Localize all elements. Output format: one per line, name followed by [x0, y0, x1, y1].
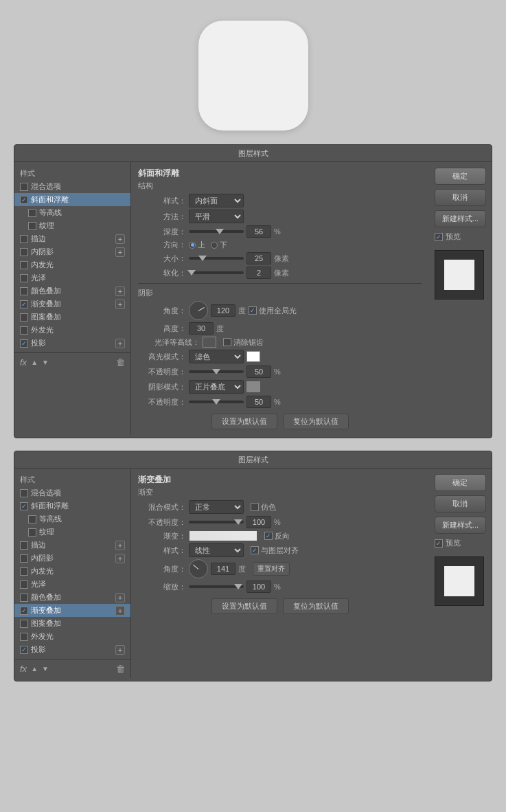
shadow-opacity-slider[interactable] [189, 401, 244, 403]
sidebar-item-gradient-overlay[interactable]: 渐变叠加 + [14, 297, 130, 311]
p2-sidebar-color-overlay[interactable]: 颜色叠加 + [14, 591, 130, 604]
p2-sidebar-inner-glow[interactable]: 内发光 [14, 565, 130, 578]
size-slider[interactable] [189, 257, 244, 260]
confirm-btn[interactable]: 确定 [435, 168, 486, 185]
sidebar-item-satin[interactable]: 光泽 [14, 271, 130, 284]
p2-trash-btn[interactable]: 🗑 [116, 664, 125, 674]
checkbox-gradient-overlay[interactable] [20, 300, 28, 308]
p2-checkbox-contour[interactable] [28, 515, 36, 523]
p2-sidebar-drop-shadow[interactable]: 投影 + [14, 643, 130, 656]
size-input[interactable] [246, 252, 271, 264]
sidebar-item-contour[interactable]: 等高线 [14, 206, 130, 219]
sidebar-item-blend[interactable]: 混合选项 [14, 180, 130, 193]
soften-slider[interactable] [189, 271, 244, 274]
radio-down[interactable]: 下 [211, 240, 227, 250]
p2-blend-select[interactable]: 正常 [189, 500, 244, 514]
p2-reset-align-btn[interactable]: 重置对齐 [253, 562, 290, 576]
new-style-btn[interactable]: 新建样式... [435, 210, 486, 227]
checkbox-contour[interactable] [28, 209, 36, 217]
p2-checkbox-outer-glow[interactable] [20, 633, 28, 641]
checkbox-satin[interactable] [20, 274, 28, 282]
sidebar-item-outer-glow[interactable]: 外发光 [14, 324, 130, 337]
p2-arrow-up-btn[interactable]: ▲ [31, 665, 38, 673]
altitude-input[interactable] [189, 322, 214, 335]
checkbox-drop-shadow[interactable] [20, 339, 28, 348]
p2-plus-color-overlay[interactable]: + [115, 593, 125, 602]
highlight-color[interactable] [246, 351, 260, 362]
sidebar-item-stroke[interactable]: 描边 + [14, 232, 130, 245]
p2-checkbox-blend[interactable] [20, 489, 28, 497]
p2-sidebar-texture[interactable]: 纹理 [14, 526, 130, 539]
plus-gradient-overlay[interactable]: + [115, 300, 125, 309]
checkbox-color-overlay[interactable] [20, 287, 28, 295]
p2-checkbox-satin[interactable] [20, 580, 28, 589]
cancel-btn[interactable]: 取消 [435, 189, 486, 206]
plus-stroke[interactable]: + [115, 234, 125, 244]
p2-checkbox-bevel[interactable] [20, 502, 28, 510]
method-select[interactable]: 平滑 [189, 210, 244, 223]
sidebar-item-inner-shadow[interactable]: 内阴影 + [14, 245, 130, 258]
p2-sidebar-gradient-overlay[interactable]: 渐变叠加 + [14, 604, 130, 617]
sidebar-item-texture[interactable]: 纹理 [14, 219, 130, 232]
p2-cancel-btn[interactable]: 取消 [435, 495, 486, 512]
p2-reset-default-btn[interactable]: 复位为默认值 [283, 598, 349, 614]
plus-inner-shadow[interactable]: + [115, 247, 125, 257]
p2-checkbox-inner-shadow[interactable] [20, 554, 28, 563]
p2-checkbox-inner-glow[interactable] [20, 567, 28, 576]
plus-color-overlay[interactable]: + [115, 286, 125, 296]
p2-sidebar-inner-shadow[interactable]: 内阴影 + [14, 552, 130, 565]
sidebar-item-bevel[interactable]: 斜面和浮雕 [14, 193, 130, 206]
shadow-mode-select[interactable]: 正片叠底 [189, 380, 244, 394]
highlight-select[interactable]: 滤色 [189, 350, 244, 363]
p2-sidebar-outer-glow[interactable]: 外发光 [14, 630, 130, 643]
p2-scale-input[interactable] [246, 580, 271, 593]
shadow-opacity-input[interactable] [246, 396, 271, 408]
sidebar-item-pattern-overlay[interactable]: 图案叠加 [14, 311, 130, 324]
depth-slider[interactable] [189, 230, 244, 233]
p2-dither-check[interactable]: 仿色 [251, 502, 276, 512]
p2-checkbox-stroke[interactable] [20, 541, 28, 550]
p2-checkbox-color-overlay[interactable] [20, 594, 28, 602]
sidebar-item-inner-glow[interactable]: 内发光 [14, 258, 130, 271]
p2-sidebar-blend[interactable]: 混合选项 [14, 486, 130, 499]
p2-plus-stroke[interactable]: + [115, 541, 125, 550]
checkbox-outer-glow[interactable] [20, 326, 28, 335]
p2-plus-drop-shadow[interactable]: + [115, 645, 125, 655]
shadow-color[interactable] [246, 381, 260, 392]
p2-preview-checkbox[interactable]: 预览 [435, 538, 486, 548]
p2-angle-widget[interactable] [189, 559, 208, 578]
anti-alias-check[interactable]: 消除锯齿 [223, 337, 264, 348]
p2-confirm-btn[interactable]: 确定 [435, 474, 486, 491]
reset-default-btn[interactable]: 复位为默认值 [283, 414, 349, 429]
checkbox-stroke[interactable] [20, 235, 28, 243]
p2-checkbox-pattern-overlay[interactable] [20, 620, 28, 628]
p2-sidebar-contour[interactable]: 等高线 [14, 512, 130, 526]
global-light-check[interactable]: 使用全局光 [249, 306, 297, 316]
p2-set-default-btn[interactable]: 设置为默认值 [211, 598, 277, 614]
p2-sidebar-bevel[interactable]: 斜面和浮雕 [14, 499, 130, 512]
p2-scale-slider[interactable] [189, 585, 244, 588]
p2-checkbox-drop-shadow[interactable] [20, 646, 28, 654]
soften-input[interactable] [246, 267, 271, 279]
highlight-opacity-slider[interactable] [189, 370, 244, 373]
p2-align-check[interactable]: 与图层对齐 [251, 545, 299, 556]
checkbox-inner-shadow[interactable] [20, 248, 28, 256]
radio-up[interactable]: 上 [189, 240, 205, 250]
p2-style-select[interactable]: 线性 [189, 543, 244, 557]
depth-input[interactable] [246, 225, 271, 238]
checkbox-blend[interactable] [20, 183, 28, 191]
checkbox-texture[interactable] [28, 222, 36, 230]
highlight-opacity-input[interactable] [246, 365, 271, 378]
p2-angle-input[interactable] [211, 563, 235, 575]
p2-reverse-check[interactable]: 反向 [264, 531, 290, 541]
p2-plus-gradient-overlay[interactable]: + [115, 606, 125, 616]
angle-widget[interactable] [189, 301, 208, 320]
preview-checkbox[interactable]: 预览 [435, 232, 486, 242]
checkbox-inner-glow[interactable] [20, 261, 28, 269]
p2-plus-inner-shadow[interactable]: + [115, 554, 125, 563]
p2-sidebar-pattern-overlay[interactable]: 图案叠加 [14, 617, 130, 630]
style-select[interactable]: 内斜面 [189, 194, 244, 207]
plus-drop-shadow[interactable]: + [115, 339, 125, 348]
arrow-down-btn[interactable]: ▼ [42, 359, 49, 366]
trash-btn[interactable]: 🗑 [116, 357, 125, 368]
